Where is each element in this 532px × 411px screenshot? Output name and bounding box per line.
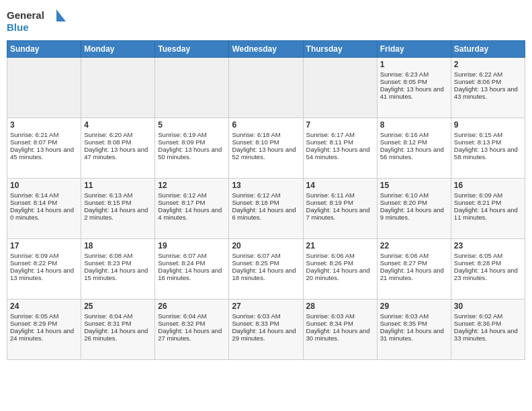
sunrise-text: Sunrise: 6:08 AM: [84, 252, 152, 259]
daylight-text: Daylight: 14 hours and 21 minutes.: [380, 267, 448, 281]
calendar-cell: 4Sunrise: 6:20 AMSunset: 8:08 PMDaylight…: [81, 118, 155, 179]
calendar-week-2: 3Sunrise: 6:21 AMSunset: 8:07 PMDaylight…: [7, 118, 525, 179]
sunset-text: Sunset: 8:08 PM: [84, 138, 152, 146]
sunrise-text: Sunrise: 6:04 AM: [158, 312, 226, 320]
calendar-cell: [155, 58, 229, 118]
sunset-text: Sunset: 8:09 PM: [158, 138, 226, 146]
day-number: 19: [158, 241, 226, 250]
weekday-header-tuesday: Tuesday: [155, 41, 229, 58]
day-number: 30: [454, 302, 522, 311]
daylight-text: Daylight: 14 hours and 7 minutes.: [306, 206, 374, 221]
daylight-text: Daylight: 13 hours and 58 minutes.: [454, 146, 522, 161]
calendar-cell: 10Sunrise: 6:14 AMSunset: 8:14 PMDayligh…: [7, 179, 81, 239]
daylight-text: Daylight: 14 hours and 16 minutes.: [158, 267, 226, 281]
sunrise-text: Sunrise: 6:05 AM: [454, 252, 522, 259]
sunset-text: Sunset: 8:10 PM: [232, 138, 300, 146]
day-number: 27: [232, 302, 300, 311]
calendar-cell: 15Sunrise: 6:10 AMSunset: 8:20 PMDayligh…: [377, 179, 451, 239]
day-number: 13: [232, 181, 300, 190]
daylight-text: Daylight: 13 hours and 45 minutes.: [10, 146, 78, 161]
calendar-cell: 3Sunrise: 6:21 AMSunset: 8:07 PMDaylight…: [7, 118, 81, 179]
sunrise-text: Sunrise: 6:20 AM: [84, 131, 152, 138]
weekday-header-friday: Friday: [377, 41, 451, 58]
calendar-week-4: 17Sunrise: 6:09 AMSunset: 8:22 PMDayligh…: [7, 239, 525, 300]
sunset-text: Sunset: 8:33 PM: [232, 320, 300, 327]
day-number: 20: [232, 241, 300, 250]
day-number: 11: [84, 181, 152, 190]
daylight-text: Daylight: 14 hours and 33 minutes.: [454, 327, 522, 342]
calendar: SundayMondayTuesdayWednesdayThursdayFrid…: [7, 40, 525, 360]
sunrise-text: Sunrise: 6:07 AM: [232, 252, 300, 259]
calendar-cell: 13Sunrise: 6:12 AMSunset: 8:18 PMDayligh…: [229, 179, 303, 239]
daylight-text: Daylight: 13 hours and 50 minutes.: [158, 146, 226, 161]
day-number: 8: [380, 120, 448, 130]
day-number: 22: [380, 241, 448, 250]
day-number: 5: [158, 120, 226, 130]
calendar-cell: 24Sunrise: 6:05 AMSunset: 8:29 PMDayligh…: [7, 300, 81, 360]
sunset-text: Sunset: 8:32 PM: [158, 320, 226, 327]
daylight-text: Daylight: 14 hours and 0 minutes.: [10, 206, 78, 221]
daylight-text: Daylight: 13 hours and 47 minutes.: [84, 146, 152, 161]
sunrise-text: Sunrise: 6:09 AM: [10, 252, 78, 259]
calendar-cell: 5Sunrise: 6:19 AMSunset: 8:09 PMDaylight…: [155, 118, 229, 179]
calendar-cell: 1Sunrise: 6:23 AMSunset: 8:05 PMDaylight…: [377, 58, 451, 118]
calendar-cell: 22Sunrise: 6:06 AMSunset: 8:27 PMDayligh…: [377, 239, 451, 300]
sunset-text: Sunset: 8:13 PM: [454, 138, 522, 146]
calendar-cell: 8Sunrise: 6:16 AMSunset: 8:12 PMDaylight…: [377, 118, 451, 179]
daylight-text: Daylight: 14 hours and 24 minutes.: [10, 327, 78, 342]
calendar-cell: 18Sunrise: 6:08 AMSunset: 8:23 PMDayligh…: [81, 239, 155, 300]
sunrise-text: Sunrise: 6:04 AM: [84, 312, 152, 320]
sunset-text: Sunset: 8:25 PM: [232, 259, 300, 267]
daylight-text: Daylight: 14 hours and 31 minutes.: [380, 327, 448, 342]
sunrise-text: Sunrise: 6:12 AM: [158, 191, 226, 199]
sunrise-text: Sunrise: 6:16 AM: [380, 131, 448, 138]
page-header: General Blue: [7, 7, 525, 36]
calendar-cell: 11Sunrise: 6:13 AMSunset: 8:15 PMDayligh…: [81, 179, 155, 239]
daylight-text: Daylight: 13 hours and 54 minutes.: [306, 146, 374, 161]
sunrise-text: Sunrise: 6:22 AM: [454, 71, 522, 78]
sunset-text: Sunset: 8:31 PM: [84, 320, 152, 327]
day-number: 23: [454, 241, 522, 250]
sunrise-text: Sunrise: 6:14 AM: [10, 191, 78, 199]
daylight-text: Daylight: 14 hours and 4 minutes.: [158, 206, 226, 221]
calendar-cell: 28Sunrise: 6:03 AMSunset: 8:34 PMDayligh…: [303, 300, 377, 360]
calendar-cell: 12Sunrise: 6:12 AMSunset: 8:17 PMDayligh…: [155, 179, 229, 239]
weekday-header-saturday: Saturday: [451, 41, 525, 58]
sunset-text: Sunset: 8:23 PM: [84, 259, 152, 267]
sunset-text: Sunset: 8:22 PM: [10, 259, 78, 267]
daylight-text: Daylight: 14 hours and 30 minutes.: [306, 327, 374, 342]
sunrise-text: Sunrise: 6:06 AM: [380, 252, 448, 259]
sunrise-text: Sunrise: 6:05 AM: [10, 312, 78, 320]
daylight-text: Daylight: 14 hours and 15 minutes.: [84, 267, 152, 281]
sunset-text: Sunset: 8:28 PM: [454, 259, 522, 267]
calendar-cell: 20Sunrise: 6:07 AMSunset: 8:25 PMDayligh…: [229, 239, 303, 300]
daylight-text: Daylight: 14 hours and 11 minutes.: [454, 206, 522, 221]
calendar-cell: [7, 58, 81, 118]
day-number: 2: [454, 60, 522, 69]
sunset-text: Sunset: 8:34 PM: [306, 320, 374, 327]
day-number: 25: [84, 302, 152, 311]
sunrise-text: Sunrise: 6:21 AM: [10, 131, 78, 138]
calendar-cell: [229, 58, 303, 118]
svg-marker-2: [56, 9, 66, 21]
daylight-text: Daylight: 14 hours and 9 minutes.: [380, 206, 448, 221]
day-number: 18: [84, 241, 152, 250]
logo-svg: General Blue: [7, 7, 67, 36]
calendar-cell: 14Sunrise: 6:11 AMSunset: 8:19 PMDayligh…: [303, 179, 377, 239]
calendar-cell: 9Sunrise: 6:15 AMSunset: 8:13 PMDaylight…: [451, 118, 525, 179]
day-number: 6: [232, 120, 300, 130]
calendar-cell: 6Sunrise: 6:18 AMSunset: 8:10 PMDaylight…: [229, 118, 303, 179]
daylight-text: Daylight: 14 hours and 29 minutes.: [232, 327, 300, 342]
sunrise-text: Sunrise: 6:10 AM: [380, 191, 448, 199]
calendar-cell: 2Sunrise: 6:22 AMSunset: 8:06 PMDaylight…: [451, 58, 525, 118]
sunset-text: Sunset: 8:27 PM: [380, 259, 448, 267]
sunset-text: Sunset: 8:20 PM: [380, 199, 448, 206]
weekday-header-wednesday: Wednesday: [229, 41, 303, 58]
daylight-text: Daylight: 13 hours and 41 minutes.: [380, 85, 448, 100]
calendar-cell: 29Sunrise: 6:03 AMSunset: 8:35 PMDayligh…: [377, 300, 451, 360]
calendar-cell: 7Sunrise: 6:17 AMSunset: 8:11 PMDaylight…: [303, 118, 377, 179]
sunset-text: Sunset: 8:24 PM: [158, 259, 226, 267]
sunset-text: Sunset: 8:06 PM: [454, 78, 522, 85]
day-number: 16: [454, 181, 522, 190]
sunset-text: Sunset: 8:21 PM: [454, 199, 522, 206]
